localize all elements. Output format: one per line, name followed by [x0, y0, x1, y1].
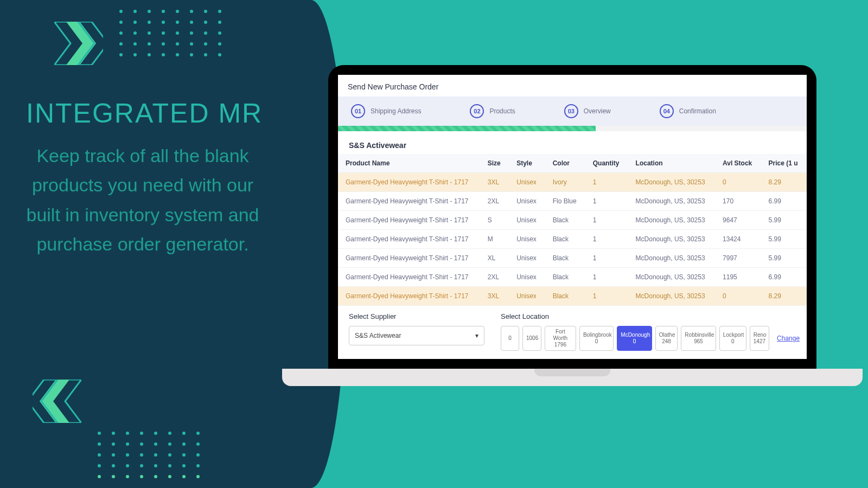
progress-bar — [338, 126, 596, 131]
step-shipping-address[interactable]: 01Shipping Address — [351, 104, 421, 118]
step-overview[interactable]: 03Overview — [564, 104, 611, 118]
cell-stock: 1195 — [715, 268, 761, 287]
supplier-select-value: S&S Activewear — [355, 332, 401, 339]
cell-qty: 1 — [585, 173, 628, 192]
cell-color: Black — [545, 230, 585, 249]
table-row[interactable]: Garment-Dyed Heavyweight T-Shirt - 17172… — [338, 192, 807, 211]
cell-style: Unisex — [509, 268, 545, 287]
chip-city: Olathe — [659, 332, 674, 338]
col-stock: Avl Stock — [715, 154, 761, 173]
cell-price: 5.99 — [761, 211, 807, 230]
cell-price: 5.99 — [761, 230, 807, 249]
chip-qty: 248 — [659, 338, 674, 345]
location-chip-bolingbrook[interactable]: Bolingbrook0 — [579, 326, 614, 351]
chip-qty: 0 — [621, 338, 648, 345]
cell-loc: McDonough, US, 30253 — [628, 230, 715, 249]
chevron-left-icon — [33, 380, 81, 423]
location-chip-olathe[interactable]: Olathe248 — [655, 326, 678, 351]
location-chip-reno[interactable]: Reno1427 — [750, 326, 769, 351]
chevron-right-icon — [54, 22, 103, 65]
cell-price: 6.99 — [761, 268, 807, 287]
chip-qty: 965 — [685, 338, 712, 345]
cell-qty: 1 — [585, 211, 628, 230]
location-chip-robbinsville[interactable]: Robbinsville965 — [681, 326, 716, 351]
col-qty: Quantity — [585, 154, 628, 173]
cell-name: Garment-Dyed Heavyweight T-Shirt - 1717 — [338, 192, 480, 211]
headline: INTEGRATED MRP — [26, 98, 282, 129]
chip-city: Lockport — [723, 332, 743, 338]
dot-grid-icon — [98, 432, 200, 478]
cell-loc: McDonough, US, 30253 — [628, 268, 715, 287]
cell-qty: 1 — [585, 287, 628, 306]
table-row[interactable]: Garment-Dyed Heavyweight T-Shirt - 1717M… — [338, 230, 807, 249]
supplier-select[interactable]: S&S Activewear ▾ — [349, 326, 484, 345]
location-chip-mcdonough[interactable]: McDonough0 — [617, 326, 652, 351]
cell-style: Unisex — [509, 287, 545, 306]
cell-stock: 0 — [715, 173, 761, 192]
change-location-link[interactable]: Change — [777, 335, 800, 342]
cell-style: Unisex — [509, 173, 545, 192]
cell-style: Unisex — [509, 249, 545, 268]
app-screen: Send New Purchase Order 01Shipping Addre… — [338, 75, 807, 359]
table-row[interactable]: Garment-Dyed Heavyweight T-Shirt - 17173… — [338, 173, 807, 192]
step-number-icon: 04 — [660, 104, 674, 118]
cell-color: Black — [545, 268, 585, 287]
step-number-icon: 02 — [470, 104, 484, 118]
table-row[interactable]: Garment-Dyed Heavyweight T-Shirt - 1717X… — [338, 249, 807, 268]
cell-size: 2XL — [480, 192, 509, 211]
chip-qty: 1796 — [548, 342, 572, 348]
location-chip[interactable]: 0 — [501, 326, 519, 351]
select-supplier-label: Select Supplier — [349, 312, 484, 320]
cell-stock: 9647 — [715, 211, 761, 230]
cell-loc: McDonough, US, 30253 — [628, 211, 715, 230]
step-label: Shipping Address — [371, 107, 421, 115]
step-products[interactable]: 02Products — [470, 104, 515, 118]
cell-stock: 7997 — [715, 249, 761, 268]
cell-stock: 170 — [715, 192, 761, 211]
cell-size: 3XL — [480, 173, 509, 192]
table-row[interactable]: Garment-Dyed Heavyweight T-Shirt - 17172… — [338, 268, 807, 287]
cell-price: 8.29 — [761, 287, 807, 306]
products-table: Product Name Size Style Color Quantity L… — [338, 154, 807, 306]
cell-name: Garment-Dyed Heavyweight T-Shirt - 1717 — [338, 268, 480, 287]
cell-name: Garment-Dyed Heavyweight T-Shirt - 1717 — [338, 249, 480, 268]
cell-qty: 1 — [585, 230, 628, 249]
cell-name: Garment-Dyed Heavyweight T-Shirt - 1717 — [338, 287, 480, 306]
cell-price: 6.99 — [761, 192, 807, 211]
col-color: Color — [545, 154, 585, 173]
page-title: Send New Purchase Order — [338, 75, 807, 97]
cell-color: Black — [545, 249, 585, 268]
select-caret-icon: ▾ — [475, 332, 478, 339]
cell-qty: 1 — [585, 249, 628, 268]
chip-qty: 1006 — [526, 335, 538, 342]
step-confirmation[interactable]: 04Confirmation — [660, 104, 716, 118]
laptop-mockup: Send New Purchase Order 01Shipping Addre… — [320, 65, 825, 390]
cell-price: 8.29 — [761, 173, 807, 192]
location-chip[interactable]: 1006 — [522, 326, 541, 351]
marketing-panel: INTEGRATED MRP Keep track of all the bla… — [0, 0, 304, 488]
step-label: Overview — [584, 107, 611, 115]
cell-color: Black — [545, 211, 585, 230]
col-style: Style — [509, 154, 545, 173]
col-name: Product Name — [338, 154, 480, 173]
cell-style: Unisex — [509, 230, 545, 249]
chip-qty: 0 — [583, 338, 610, 345]
table-row[interactable]: Garment-Dyed Heavyweight T-Shirt - 17173… — [338, 287, 807, 306]
cell-name: Garment-Dyed Heavyweight T-Shirt - 1717 — [338, 230, 480, 249]
table-row[interactable]: Garment-Dyed Heavyweight T-Shirt - 1717S… — [338, 211, 807, 230]
cell-size: 2XL — [480, 268, 509, 287]
chip-qty: 0 — [505, 335, 515, 342]
location-chip-fort-worth[interactable]: Fort Worth1796 — [545, 326, 576, 351]
col-size: Size — [480, 154, 509, 173]
select-location-label: Select Location — [501, 312, 800, 320]
table-header-row: Product Name Size Style Color Quantity L… — [338, 154, 807, 173]
laptop-base — [282, 369, 863, 386]
chip-city: Fort Worth — [548, 329, 572, 342]
chip-qty: 1427 — [754, 338, 765, 345]
cell-loc: McDonough, US, 30253 — [628, 249, 715, 268]
cell-style: Unisex — [509, 192, 545, 211]
cell-color: Ivory — [545, 173, 585, 192]
location-chip-lockport[interactable]: Lockport0 — [719, 326, 746, 351]
cell-style: Unisex — [509, 211, 545, 230]
supplier-heading: S&S Activewear — [338, 131, 807, 154]
